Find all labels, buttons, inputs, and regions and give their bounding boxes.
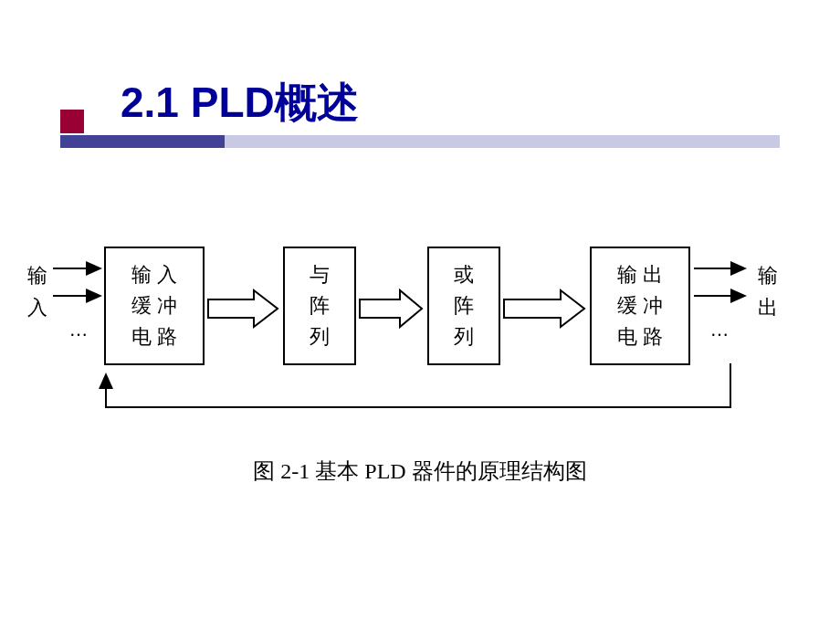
output-arrows: … [694,263,752,349]
output-label-char2: 出 [758,291,778,323]
underline-light [225,135,780,148]
svg-marker-2 [208,290,278,327]
feedback-line [100,363,740,418]
box4-line1: 输 出 [617,259,663,290]
title-underline [60,135,780,148]
accent-square-icon [60,110,84,133]
arrow-3 [504,290,586,327]
pld-diagram: 输 入 … 输 入 缓 冲 电 路 与 阵 列 或 阵 列 [27,237,813,475]
output-label: 输 出 [758,259,778,323]
output-label-char1: 输 [758,259,778,291]
box-and-array: 与 阵 列 [283,247,356,365]
input-label-char1: 输 [27,259,47,291]
arrow-2 [360,290,424,327]
box1-line3: 电 路 [131,321,177,352]
underline-dark [60,135,225,148]
box3-line3: 列 [454,321,474,352]
box2-line2: 阵 [310,290,330,321]
svg-marker-3 [360,290,422,327]
box2-line1: 与 [310,259,330,290]
box3-line1: 或 [454,259,474,290]
figure-caption: 图 2-1 基本 PLD 器件的原理结构图 [0,457,840,486]
input-ellipsis: … [69,320,88,340]
input-arrows: … [53,263,108,349]
box-output-buffer: 输 出 缓 冲 电 路 [590,247,690,365]
box-or-array: 或 阵 列 [427,247,500,365]
arrow-1 [208,290,279,327]
box4-line3: 电 路 [617,321,663,352]
slide-title-area: 2.1 PLD概述 [0,73,840,133]
input-label-char2: 入 [27,291,47,323]
input-label: 输 入 [27,259,47,323]
box1-line1: 输 入 [131,259,177,290]
box-input-buffer: 输 入 缓 冲 电 路 [104,247,205,365]
slide-title: 2.1 PLD概述 [121,75,359,131]
box4-line2: 缓 冲 [617,290,663,321]
title-bar: 2.1 PLD概述 [0,73,840,133]
box3-line2: 阵 [454,290,474,321]
box2-line3: 列 [310,321,330,352]
box1-line2: 缓 冲 [131,290,177,321]
output-ellipsis: … [710,320,729,340]
svg-marker-4 [504,290,584,327]
